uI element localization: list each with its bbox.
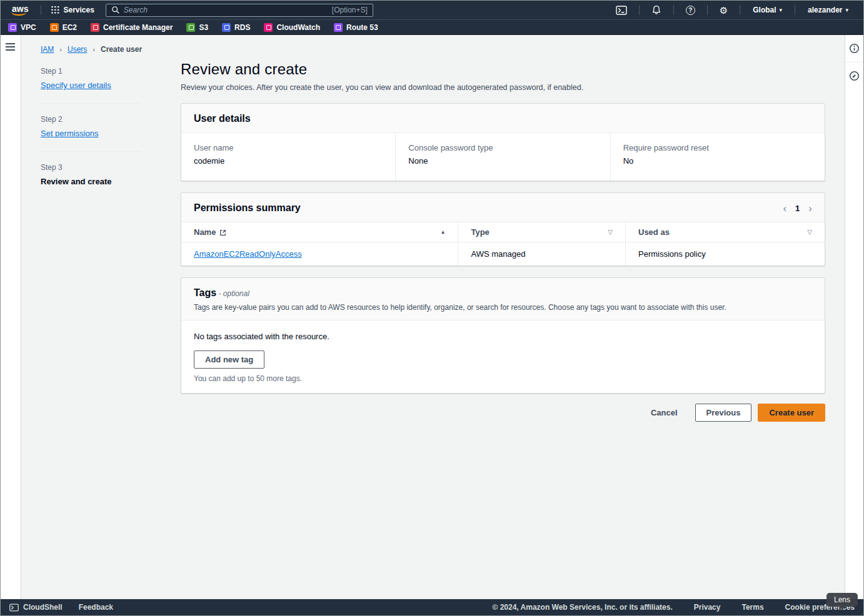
cell-policy-name: AmazonEC2ReadOnlyAccess bbox=[181, 242, 458, 266]
certificate-manager-service-icon bbox=[91, 23, 99, 32]
tags-description: Tags are key-value pairs you can add to … bbox=[194, 303, 812, 312]
previous-page-icon[interactable]: ‹ bbox=[783, 203, 786, 214]
previous-button[interactable]: Previous bbox=[695, 404, 752, 422]
footer-cloudshell-button[interactable]: CloudShell bbox=[9, 603, 63, 612]
services-menu-button[interactable]: Services bbox=[45, 1, 100, 19]
page-description: Review your choices. After you create th… bbox=[181, 83, 825, 92]
footer-feedback-button[interactable]: Feedback bbox=[79, 603, 113, 612]
column-header-used-as[interactable]: Used as ▽ bbox=[625, 222, 825, 242]
add-new-tag-button[interactable]: Add new tag bbox=[194, 350, 264, 369]
favorite-cloudwatch[interactable]: CloudWatch bbox=[264, 23, 320, 32]
feedback-label: Feedback bbox=[79, 603, 113, 612]
account-label: alezander bbox=[808, 6, 842, 14]
step-1-link[interactable]: Specify user details bbox=[41, 81, 111, 90]
tags-body: No tags associated with the resource. Ad… bbox=[181, 320, 825, 393]
notifications-button[interactable] bbox=[643, 1, 670, 19]
services-label: Services bbox=[63, 6, 94, 14]
terms-link[interactable]: Terms bbox=[741, 603, 763, 612]
sort-ascending-icon[interactable]: ▲ bbox=[441, 229, 446, 235]
topbar-right-group: ? ⚙ Global ▾ alezander ▾ bbox=[608, 1, 857, 19]
permissions-table: Name ▲ bbox=[181, 222, 825, 266]
main-content-area: IAM › Users › Create user Step 1 Specify… bbox=[21, 35, 845, 599]
page-title: Review and create bbox=[181, 61, 825, 78]
step-number: Step 1 bbox=[41, 67, 141, 76]
info-icon bbox=[849, 43, 860, 54]
permissions-summary-card: Permissions summary ‹ 1 › bbox=[181, 192, 825, 266]
rds-service-icon bbox=[222, 23, 231, 32]
help-panel-rail bbox=[845, 35, 863, 599]
favorite-ec2[interactable]: EC2 bbox=[50, 23, 77, 32]
column-header-type[interactable]: Type ▽ bbox=[458, 222, 625, 242]
question-mark-icon: ? bbox=[686, 6, 695, 15]
divider bbox=[41, 151, 141, 152]
breadcrumb-users-link[interactable]: Users bbox=[68, 45, 87, 54]
favorite-label: CloudWatch bbox=[276, 23, 320, 32]
user-details-header: User details bbox=[181, 104, 825, 133]
wizard-step-1: Step 1 Specify user details bbox=[41, 67, 141, 91]
field-user-name: User name codemie bbox=[181, 133, 395, 181]
hamburger-icon bbox=[6, 43, 15, 44]
field-label: User name bbox=[194, 143, 383, 152]
user-details-card: User details User name codemie Console p… bbox=[181, 103, 825, 181]
wizard-steps-nav: Step 1 Specify user details Step 2 Set p… bbox=[41, 61, 141, 422]
divider bbox=[740, 5, 740, 15]
filter-icon[interactable]: ▽ bbox=[608, 229, 613, 236]
current-page-number[interactable]: 1 bbox=[795, 204, 800, 213]
breadcrumb-iam-link[interactable]: IAM bbox=[41, 45, 54, 54]
open-side-navigation-button[interactable] bbox=[5, 42, 16, 51]
tags-optional-label: - optional bbox=[216, 289, 249, 298]
chevron-right-icon: › bbox=[59, 46, 62, 53]
bell-icon bbox=[651, 5, 661, 15]
tags-card: Tags - optional Tags are key-value pairs… bbox=[181, 277, 825, 394]
favorite-certificate-manager[interactable]: Certificate Manager bbox=[91, 23, 173, 32]
s3-service-icon bbox=[186, 23, 195, 32]
column-label: Used as bbox=[638, 227, 670, 237]
aws-logo[interactable]: aws bbox=[7, 4, 37, 16]
column-label: Name bbox=[194, 227, 216, 237]
account-menu[interactable]: alezander ▾ bbox=[799, 6, 857, 14]
favorite-s3[interactable]: S3 bbox=[186, 23, 208, 32]
favorite-rds[interactable]: RDS bbox=[222, 23, 250, 32]
wizard-step-3-current: Step 3 Review and create bbox=[41, 163, 141, 187]
cloudshell-label: CloudShell bbox=[23, 603, 63, 612]
favorite-label: VPC bbox=[21, 23, 36, 32]
feedback-panel-button[interactable] bbox=[845, 62, 863, 89]
step-2-link[interactable]: Set permissions bbox=[41, 129, 98, 138]
field-console-password-type: Console password type None bbox=[395, 133, 610, 181]
chevron-down-icon: ▾ bbox=[845, 7, 848, 13]
route53-service-icon bbox=[334, 23, 343, 32]
column-header-name[interactable]: Name ▲ bbox=[181, 222, 458, 242]
favorite-vpc[interactable]: VPC bbox=[8, 23, 36, 32]
region-selector[interactable]: Global ▾ bbox=[744, 6, 791, 14]
help-button[interactable]: ? bbox=[678, 1, 703, 19]
app-layout: IAM › Users › Create user Step 1 Specify… bbox=[1, 35, 863, 599]
next-page-icon[interactable]: › bbox=[808, 203, 812, 214]
gear-icon: ⚙ bbox=[720, 6, 728, 15]
divider bbox=[795, 5, 795, 15]
settings-button[interactable]: ⚙ bbox=[711, 1, 736, 19]
cloudwatch-service-icon bbox=[264, 23, 273, 32]
policy-link[interactable]: AmazonEC2ReadOnlyAccess bbox=[194, 249, 302, 259]
step-number: Step 2 bbox=[41, 115, 141, 124]
lens-tooltip[interactable]: Lens bbox=[826, 593, 858, 607]
info-panel-button[interactable] bbox=[845, 35, 863, 62]
copyright-text: © 2024, Amazon Web Services, Inc. or its… bbox=[492, 603, 672, 612]
aws-console-window: aws Services [Option+S] bbox=[0, 0, 864, 616]
cell-policy-used-as: Permissions policy bbox=[625, 242, 825, 266]
cloudshell-button[interactable] bbox=[608, 1, 635, 19]
divider bbox=[41, 5, 41, 15]
vpc-service-icon bbox=[8, 23, 17, 32]
search-input[interactable] bbox=[124, 6, 328, 14]
privacy-link[interactable]: Privacy bbox=[694, 603, 721, 612]
user-details-fields: User name codemie Console password type … bbox=[181, 133, 825, 181]
field-require-password-reset: Require password reset No bbox=[610, 133, 825, 181]
global-search-box[interactable]: [Option+S] bbox=[106, 4, 373, 17]
cloudshell-terminal-icon bbox=[616, 6, 627, 15]
wizard-actions: Cancel Previous Create user bbox=[181, 404, 825, 422]
filter-icon[interactable]: ▽ bbox=[807, 229, 812, 236]
field-label: Console password type bbox=[408, 143, 597, 152]
cancel-button[interactable]: Cancel bbox=[640, 404, 689, 422]
favorite-route53[interactable]: Route 53 bbox=[334, 23, 378, 32]
region-label: Global bbox=[753, 6, 776, 14]
create-user-button[interactable]: Create user bbox=[758, 404, 825, 422]
